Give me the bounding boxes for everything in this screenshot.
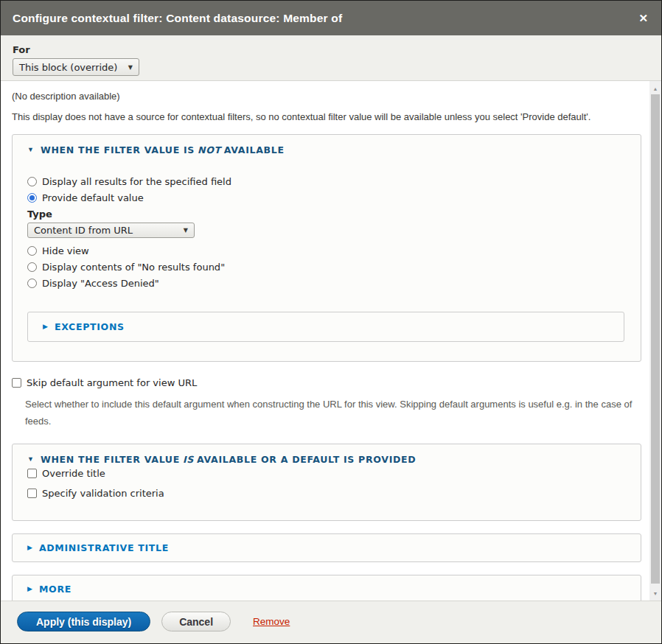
type-select-value: Content ID from URL <box>34 225 133 236</box>
radio-row-display-all[interactable]: Display all results for the specified fi… <box>27 173 641 189</box>
expand-arrow-icon: ▶ <box>43 323 48 330</box>
for-section: For This block (override) ▼ <box>1 35 661 81</box>
radio-hide-view[interactable] <box>27 246 37 256</box>
no-description-text: (No description available) <box>12 91 642 102</box>
dialog-footer: Apply (this display) Cancel Remove <box>1 601 661 643</box>
scroll-down-icon[interactable]: ▼ <box>649 587 661 599</box>
collapse-arrow-icon: ▼ <box>27 147 34 153</box>
fieldset-exceptions-toggle[interactable]: ▶ EXCEPTIONS <box>43 321 624 332</box>
fieldset-administrative-title-toggle[interactable]: ▶ ADMINISTRATIVE TITLE <box>27 542 641 553</box>
radio-label[interactable]: Display all results for the specified fi… <box>42 176 231 187</box>
type-select[interactable]: Content ID from URL ▼ <box>27 223 195 238</box>
radio-label[interactable]: Display "Access Denied" <box>42 278 159 289</box>
type-label: Type <box>27 209 641 220</box>
fieldset-not-available: ▼ WHEN THE FILTER VALUE ISNOTAVAILABLE D… <box>12 134 641 362</box>
scroll-up-icon[interactable]: ▲ <box>649 83 661 94</box>
override-title-row[interactable]: Override title <box>27 465 641 481</box>
scrollbar[interactable]: ▲ ▼ <box>649 81 661 601</box>
fieldset-not-available-toggle[interactable]: ▼ WHEN THE FILTER VALUE ISNOTAVAILABLE <box>27 144 641 155</box>
fieldset-administrative-title: ▶ ADMINISTRATIVE TITLE <box>12 533 641 562</box>
fieldset-more: ▶ MORE <box>12 575 641 601</box>
radio-row-no-results[interactable]: Display contents of "No results found" <box>27 259 641 275</box>
dialog-title: Configure contextual filter: Content dat… <box>13 12 637 25</box>
cancel-button[interactable]: Cancel <box>161 612 231 631</box>
radio-display-all[interactable] <box>27 177 37 186</box>
radio-provide-default[interactable] <box>27 193 37 203</box>
radio-access-denied[interactable] <box>27 279 37 288</box>
validation-criteria-row[interactable]: Specify validation criteria <box>27 485 641 501</box>
fieldset-available-legend: WHEN THE FILTER VALUEISAVAILABLE OR A DE… <box>41 454 416 465</box>
validation-criteria-label[interactable]: Specify validation criteria <box>42 488 164 499</box>
validation-criteria-checkbox[interactable] <box>27 489 37 498</box>
chevron-down-icon: ▼ <box>184 227 188 234</box>
override-title-checkbox[interactable] <box>27 469 37 478</box>
close-icon[interactable]: ✕ <box>637 10 649 27</box>
radio-label[interactable]: Provide default value <box>42 192 144 203</box>
radio-row-hide-view[interactable]: Hide view <box>27 242 641 259</box>
radio-row-provide-default[interactable]: Provide default value <box>27 189 641 206</box>
dialog-body-content: (No description available) This display … <box>1 81 649 601</box>
radio-label[interactable]: Display contents of "No results found" <box>42 262 225 273</box>
expand-arrow-icon: ▶ <box>27 545 32 551</box>
default-action-radios: Display all results for the specified fi… <box>27 173 641 291</box>
dialog-titlebar: Configure contextual filter: Content dat… <box>1 1 661 35</box>
for-label: For <box>13 44 649 55</box>
fieldset-not-available-legend: WHEN THE FILTER VALUE ISNOTAVAILABLE <box>41 144 285 155</box>
scrollbar-thumb[interactable] <box>651 94 660 584</box>
fieldset-exceptions-legend: EXCEPTIONS <box>55 321 125 332</box>
skip-default-checkbox[interactable] <box>12 378 21 388</box>
fieldset-available: ▼ WHEN THE FILTER VALUEISAVAILABLE OR A … <box>12 444 641 521</box>
for-select-value: This block (override) <box>19 62 117 73</box>
remove-link[interactable]: Remove <box>253 616 290 627</box>
radio-no-results[interactable] <box>27 262 37 272</box>
fieldset-available-toggle[interactable]: ▼ WHEN THE FILTER VALUEISAVAILABLE OR A … <box>27 454 641 465</box>
fieldset-more-toggle[interactable]: ▶ MORE <box>27 584 641 595</box>
dialog-body: (No description available) This display … <box>1 81 661 601</box>
apply-button[interactable]: Apply (this display) <box>17 612 150 631</box>
collapse-arrow-icon: ▼ <box>27 456 34 463</box>
contextual-filter-dialog: Configure contextual filter: Content dat… <box>0 0 662 644</box>
for-select[interactable]: This block (override) ▼ <box>13 58 139 76</box>
chevron-down-icon: ▼ <box>128 64 133 71</box>
fieldset-administrative-title-legend: ADMINISTRATIVE TITLE <box>39 542 169 553</box>
radio-label[interactable]: Hide view <box>42 245 89 256</box>
fieldset-exceptions: ▶ EXCEPTIONS <box>27 312 624 342</box>
display-note-text: This display does not have a source for … <box>12 111 642 123</box>
skip-default-label[interactable]: Skip default argument for view URL <box>27 377 197 388</box>
skip-default-row[interactable]: Skip default argument for view URL <box>12 374 642 391</box>
fieldset-more-legend: MORE <box>39 584 72 595</box>
expand-arrow-icon: ▶ <box>27 586 32 592</box>
skip-default-description: Select whether to include this default a… <box>25 396 634 430</box>
radio-row-access-denied[interactable]: Display "Access Denied" <box>27 275 641 291</box>
override-title-label[interactable]: Override title <box>42 468 105 479</box>
